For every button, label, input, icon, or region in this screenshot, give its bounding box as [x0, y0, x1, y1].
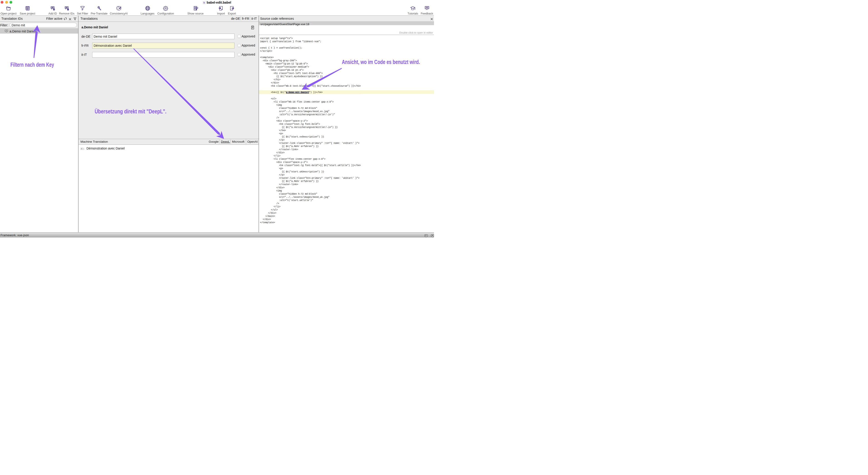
svg-text:b: b: [204, 1, 205, 4]
